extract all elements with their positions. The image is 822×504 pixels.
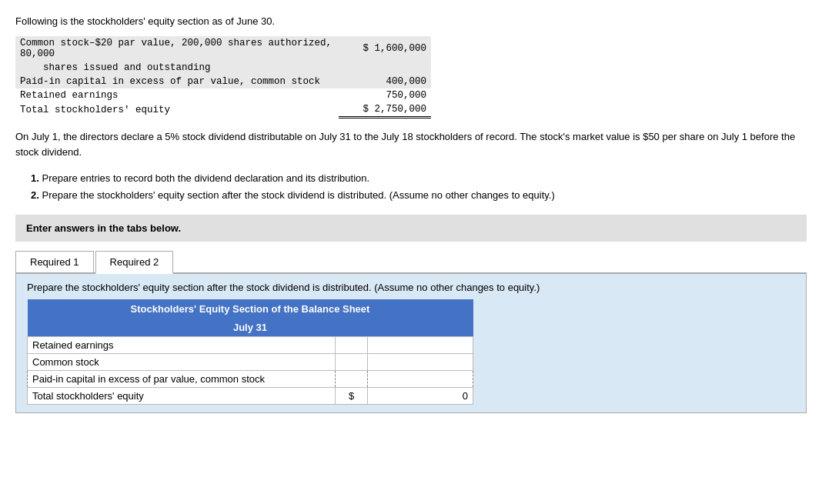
tab-description: Prepare the stockholders' equity section…: [27, 282, 795, 293]
equity-table: Common stock–$20 par value, 200,000 shar…: [15, 36, 431, 118]
input-retained-earnings[interactable]: [373, 339, 468, 351]
label-paidin: Paid-in capital in excess of par value, …: [28, 371, 336, 388]
intro-text: Following is the stockholders' equity se…: [15, 15, 807, 27]
balance-row-paidin: Paid-in capital in excess of par value, …: [28, 371, 473, 388]
equity-value-5: $ 2,750,000: [339, 102, 431, 118]
label-retained-earnings: Retained earnings: [28, 337, 336, 354]
dollar-total: $: [336, 388, 368, 405]
label-common-stock: Common stock: [28, 354, 336, 371]
tab-required-1[interactable]: Required 1: [15, 251, 94, 272]
balance-row-common: Common stock: [28, 354, 473, 371]
dollar-retained: [336, 337, 368, 354]
input-paidin-capital[interactable]: [373, 373, 468, 385]
tab-required-2[interactable]: Required 2: [95, 251, 174, 274]
equity-value-2: [339, 61, 431, 75]
tab-content: Prepare the stockholders' equity section…: [15, 274, 807, 413]
answer-section-label: Enter answers in the tabs below.: [15, 215, 807, 242]
dollar-paidin: [336, 371, 368, 388]
equity-label-5: Total stockholders' equity: [15, 102, 339, 118]
input-total-equity[interactable]: [373, 390, 468, 402]
enter-answers-label: Enter answers in the tabs below.: [26, 222, 181, 234]
balance-sheet-subheader: July 31: [28, 319, 473, 337]
balance-sheet-table: Stockholders' Equity Section of the Bala…: [27, 299, 473, 405]
instruction-2: 2. Prepare the stockholders' equity sect…: [31, 187, 807, 204]
balance-row-retained: Retained earnings: [28, 337, 473, 354]
balance-sheet-title: Stockholders' Equity Section of the Bala…: [28, 299, 473, 319]
input-paidin[interactable]: [368, 371, 473, 388]
narrative-text: On July 1, the directors declare a 5% st…: [15, 129, 807, 159]
balance-sheet-header: Stockholders' Equity Section of the Bala…: [28, 299, 473, 319]
input-total[interactable]: [368, 388, 473, 405]
label-total-equity: Total stockholders' equity: [28, 388, 336, 405]
instructions: 1. Prepare entries to record both the di…: [31, 170, 807, 204]
equity-label-4: Retained earnings: [15, 88, 339, 102]
equity-label-1: Common stock–$20 par value, 200,000 shar…: [15, 36, 339, 61]
equity-row-2: shares issued and outstanding: [15, 61, 431, 75]
equity-value-1: $ 1,600,000: [339, 36, 431, 61]
balance-sheet-subtitle: July 31: [28, 319, 473, 337]
equity-value-3: 400,000: [339, 75, 431, 88]
equity-row-5: Total stockholders' equity $ 2,750,000: [15, 102, 431, 118]
instruction-1: 1. Prepare entries to record both the di…: [31, 170, 807, 187]
equity-row-1: Common stock–$20 par value, 200,000 shar…: [15, 36, 431, 61]
equity-value-4: 750,000: [339, 88, 431, 102]
equity-label-2: shares issued and outstanding: [15, 61, 339, 75]
equity-row-4: Retained earnings 750,000: [15, 88, 431, 102]
tabs-container: Required 1 Required 2: [15, 251, 807, 274]
balance-row-total: Total stockholders' equity $: [28, 388, 473, 405]
dollar-common: [336, 354, 368, 371]
input-common-stock[interactable]: [373, 356, 468, 368]
input-common[interactable]: [368, 354, 473, 371]
equity-row-3: Paid-in capital in excess of par value, …: [15, 75, 431, 88]
equity-label-3: Paid-in capital in excess of par value, …: [15, 75, 339, 88]
input-retained[interactable]: [368, 337, 473, 354]
